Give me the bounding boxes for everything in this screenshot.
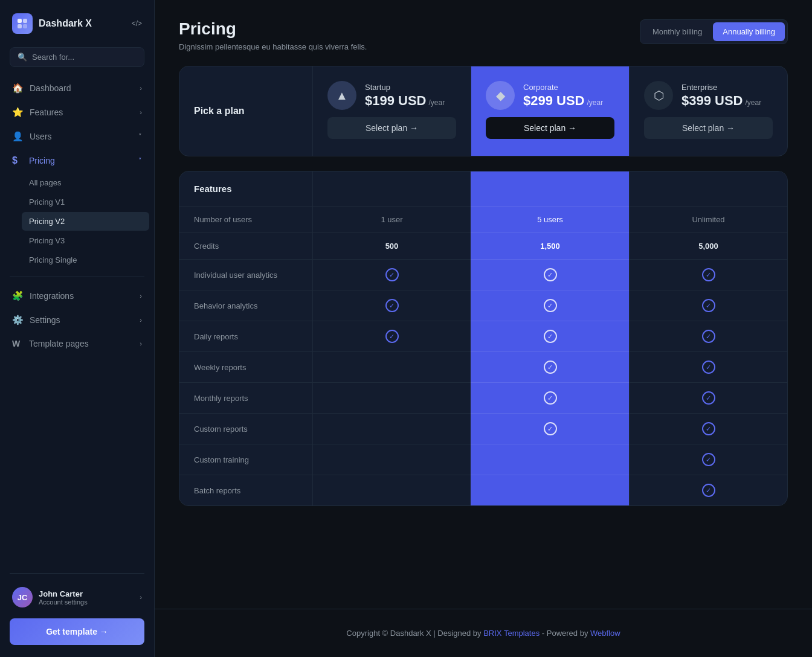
feature-row-custom-training: Custom training ✓ xyxy=(179,444,787,475)
annually-billing-button[interactable]: Annually billing xyxy=(713,22,785,41)
pricing-submenu: All pages Pricing V1 Pricing V2 Pricing … xyxy=(5,173,149,269)
sidebar-item-dashboard[interactable]: 🏠 Dashboard › xyxy=(5,77,149,100)
sidebar-subitem-pricing-v3[interactable]: Pricing V3 xyxy=(22,231,149,250)
corporate-weekly-cell: ✓ xyxy=(471,351,629,382)
footer-link-brix[interactable]: BRIX Templates xyxy=(483,629,540,638)
avatar: JC xyxy=(12,587,33,607)
sidebar-item-label: Integrations xyxy=(30,291,74,301)
chevron-right-icon: › xyxy=(140,85,142,92)
integrations-icon: 🧩 xyxy=(12,290,24,301)
user-name: John Carter xyxy=(39,589,134,598)
sidebar: Dashdark X </> 🔍 Search for... 🏠 Dashboa… xyxy=(0,0,155,657)
page-title: Pricing xyxy=(179,19,367,39)
enterprise-monthly-cell: ✓ xyxy=(629,382,787,413)
startup-select-button[interactable]: Select plan → xyxy=(327,117,456,139)
sidebar-subitem-all-pages[interactable]: All pages xyxy=(22,173,149,192)
user-role: Account settings xyxy=(39,598,134,606)
check-icon: ✓ xyxy=(702,391,715,405)
users-icon: 👤 xyxy=(12,131,24,142)
user-account-row[interactable]: JC John Carter Account settings › xyxy=(5,581,149,614)
startup-plan-price: $199 USD/year xyxy=(365,93,445,109)
feature-row-credits: Credits 500 1,500 5,000 xyxy=(179,232,787,259)
sidebar-item-template-pages[interactable]: W Template pages › xyxy=(5,333,149,354)
enterprise-plan-price: $399 USD/year xyxy=(682,93,761,109)
search-icon: 🔍 xyxy=(18,53,27,62)
feature-row-daily-reports: Daily reports ✓ ✓ ✓ xyxy=(179,321,787,351)
features-corporate-header xyxy=(471,171,629,206)
feature-label: Behavior analytics xyxy=(179,290,312,321)
features-icon: ⭐ xyxy=(12,107,24,118)
enterprise-batch-cell: ✓ xyxy=(629,475,787,505)
corporate-batch-cell xyxy=(471,475,629,505)
sidebar-subitem-pricing-v2[interactable]: Pricing V2 xyxy=(22,212,149,231)
check-icon: ✓ xyxy=(544,268,557,281)
svg-rect-0 xyxy=(18,19,22,23)
check-icon: ✓ xyxy=(544,422,557,435)
template-icon: W xyxy=(12,339,23,348)
startup-plan-header: ▲ Startup $199 USD/year xyxy=(327,81,445,110)
features-table: Features Number of users 1 user 5 users … xyxy=(179,171,788,506)
enterprise-behavior-cell: ✓ xyxy=(629,290,787,321)
chevron-right-icon: › xyxy=(140,109,142,116)
enterprise-weekly-cell: ✓ xyxy=(629,351,787,382)
sidebar-bottom: JC John Carter Account settings › Get te… xyxy=(0,559,154,657)
enterprise-plan-icon: ⬡ xyxy=(644,81,673,110)
sidebar-subitem-pricing-v1[interactable]: Pricing V1 xyxy=(22,193,149,211)
enterprise-daily-cell: ✓ xyxy=(629,321,787,351)
footer-separator: - Powered by xyxy=(542,629,590,638)
enterprise-credits-cell: 5,000 xyxy=(629,232,787,259)
sidebar-item-settings[interactable]: ⚙️ Settings › xyxy=(5,309,149,332)
get-template-button[interactable]: Get template → xyxy=(10,618,144,645)
startup-behavior-cell: ✓ xyxy=(312,290,471,321)
startup-plan-card: ▲ Startup $199 USD/year Select plan → xyxy=(312,66,471,156)
startup-plan-name: Startup xyxy=(365,83,445,92)
logo-area[interactable]: Dashdark X </> xyxy=(0,0,154,47)
corporate-plan-header: ◆ Corporate $299 USD/year xyxy=(486,81,603,110)
sidebar-item-integrations[interactable]: 🧩 Integrations › xyxy=(5,284,149,307)
sidebar-item-label: Settings xyxy=(30,315,60,325)
chevron-right-icon: › xyxy=(140,316,142,324)
enterprise-individual-cell: ✓ xyxy=(629,259,787,290)
page-subtitle: Dignissim pellentesque eu habitasse quis… xyxy=(179,42,367,51)
corporate-select-button[interactable]: Select plan → xyxy=(486,117,614,139)
corporate-plan-price: $299 USD/year xyxy=(523,93,603,109)
feature-label: Credits xyxy=(179,232,312,259)
feature-row-monthly-reports: Monthly reports ✓ ✓ xyxy=(179,382,787,413)
footer-link-webflow[interactable]: Webflow xyxy=(590,629,620,638)
sidebar-item-features[interactable]: ⭐ Features › xyxy=(5,101,149,124)
corporate-monthly-cell: ✓ xyxy=(471,382,629,413)
check-icon: ✓ xyxy=(544,330,557,343)
footer-text: Copyright © Dashdark X | Designed by xyxy=(346,629,483,638)
logo-icon xyxy=(12,13,33,34)
main-content-area: Pick a plan ▲ Startup $199 USD/year Sele… xyxy=(155,66,812,530)
check-icon: ✓ xyxy=(702,361,715,374)
sidebar-item-users[interactable]: 👤 Users ˅ xyxy=(5,125,149,148)
startup-daily-cell: ✓ xyxy=(312,321,471,351)
search-bar[interactable]: 🔍 Search for... xyxy=(10,47,144,67)
svg-rect-3 xyxy=(23,24,27,28)
feature-label: Individual user analytics xyxy=(179,259,312,290)
corporate-custom-cell: ✓ xyxy=(471,413,629,444)
features-enterprise-header xyxy=(629,171,787,206)
enterprise-training-cell: ✓ xyxy=(629,444,787,475)
corporate-plan-name: Corporate xyxy=(523,83,603,92)
startup-batch-cell xyxy=(312,475,471,505)
startup-weekly-cell xyxy=(312,351,471,382)
page-header: Pricing Dignissim pellentesque eu habita… xyxy=(155,0,812,66)
sidebar-item-pricing[interactable]: $ Pricing ˅ xyxy=(5,149,149,172)
expand-icon: </> xyxy=(132,19,142,28)
nav-divider xyxy=(10,277,144,277)
dashboard-icon: 🏠 xyxy=(12,83,24,94)
monthly-billing-button[interactable]: Monthly billing xyxy=(643,22,712,41)
sidebar-subitem-pricing-single[interactable]: Pricing Single xyxy=(22,251,149,269)
corporate-plan-icon: ◆ xyxy=(486,81,515,110)
pricing-icon: $ xyxy=(12,155,23,166)
feature-label: Weekly reports xyxy=(179,351,312,382)
startup-users-cell: 1 user xyxy=(312,206,471,232)
feature-row-individual-analytics: Individual user analytics ✓ ✓ ✓ xyxy=(179,259,787,290)
feature-row-batch-reports: Batch reports ✓ xyxy=(179,475,787,505)
chevron-right-icon: › xyxy=(140,292,142,300)
enterprise-select-button[interactable]: Select plan → xyxy=(644,117,773,139)
pricing-cards-section: Pick a plan ▲ Startup $199 USD/year Sele… xyxy=(179,66,788,156)
startup-credits-cell: 500 xyxy=(312,232,471,259)
